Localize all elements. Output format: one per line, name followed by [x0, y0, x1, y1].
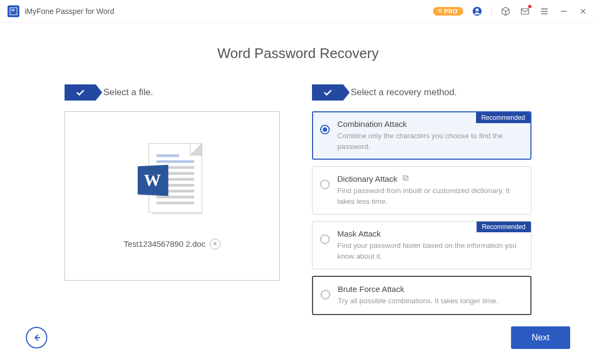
svg-rect-4: [404, 177, 408, 181]
account-icon[interactable]: [472, 6, 483, 17]
method-brute-force-attack[interactable]: Brute Force Attack Try all possible comb…: [312, 276, 531, 315]
close-icon[interactable]: [578, 6, 588, 17]
radio-icon: [320, 180, 330, 189]
footer: Next: [0, 326, 596, 349]
notification-dot-icon: [528, 5, 531, 8]
titlebar-left: iMyFone Passper for Word: [8, 5, 114, 17]
step-check-icon: [312, 84, 343, 101]
radio-icon: [320, 125, 330, 134]
svg-point-1: [476, 8, 478, 11]
method-desc: Try all possible combinations. It takes …: [338, 296, 498, 306]
step-method-label: Select a recovery method.: [351, 87, 457, 98]
pro-badge[interactable]: PRO: [433, 7, 463, 16]
minimize-icon[interactable]: [558, 6, 569, 17]
app-logo-icon: [8, 5, 19, 17]
next-button[interactable]: Next: [511, 326, 570, 349]
radio-icon: [321, 290, 330, 299]
app-title: iMyFone Passper for Word: [25, 7, 114, 16]
dictionary-settings-icon[interactable]: [402, 174, 409, 183]
titlebar-divider: [491, 6, 492, 16]
main-content: Select a file. W Test1234567890 2.doc ✕ …: [0, 62, 596, 322]
remove-file-button[interactable]: ✕: [210, 239, 221, 249]
svg-rect-3: [403, 175, 407, 179]
method-desc: Find your password faster based on the i…: [337, 240, 521, 261]
step-check-icon: [65, 84, 96, 101]
left-column: Select a file. W Test1234567890 2.doc ✕: [65, 84, 280, 322]
method-combination-attack[interactable]: Combination Attack Combine only the char…: [312, 111, 531, 160]
filename-row: Test1234567890 2.doc ✕: [124, 239, 221, 249]
method-mask-attack[interactable]: Mask Attack Find your password faster ba…: [312, 221, 531, 269]
menu-icon[interactable]: [539, 6, 550, 17]
cube-icon[interactable]: [500, 6, 511, 17]
filename-text: Test1234567890 2.doc: [124, 239, 205, 248]
method-desc: Combine only the characters you choose t…: [337, 131, 521, 152]
step-header-method: Select a recovery method.: [312, 84, 531, 101]
svg-rect-2: [521, 8, 529, 14]
radio-icon: [320, 234, 330, 244]
file-drop-box[interactable]: W Test1234567890 2.doc ✕: [65, 111, 280, 281]
back-button[interactable]: [26, 327, 47, 348]
page-title: Word Password Recovery: [0, 45, 596, 62]
recommended-badge: Recommended: [476, 112, 530, 123]
recommended-badge: Recommended: [477, 222, 531, 232]
method-title: Brute Force Attack: [338, 284, 498, 294]
titlebar-right: PRO: [433, 6, 588, 17]
titlebar: iMyFone Passper for Word PRO: [0, 0, 596, 23]
method-desc: Find password from inbuilt or customized…: [337, 185, 521, 206]
step-file-label: Select a file.: [103, 87, 153, 98]
method-dictionary-attack[interactable]: Dictionary Attack Find password from inb…: [312, 166, 531, 215]
word-document-icon: W: [140, 143, 204, 224]
mail-icon[interactable]: [520, 6, 530, 17]
step-header-file: Select a file.: [65, 84, 280, 101]
method-title: Dictionary Attack: [337, 174, 398, 183]
right-column: Select a recovery method. Combination At…: [312, 84, 531, 322]
